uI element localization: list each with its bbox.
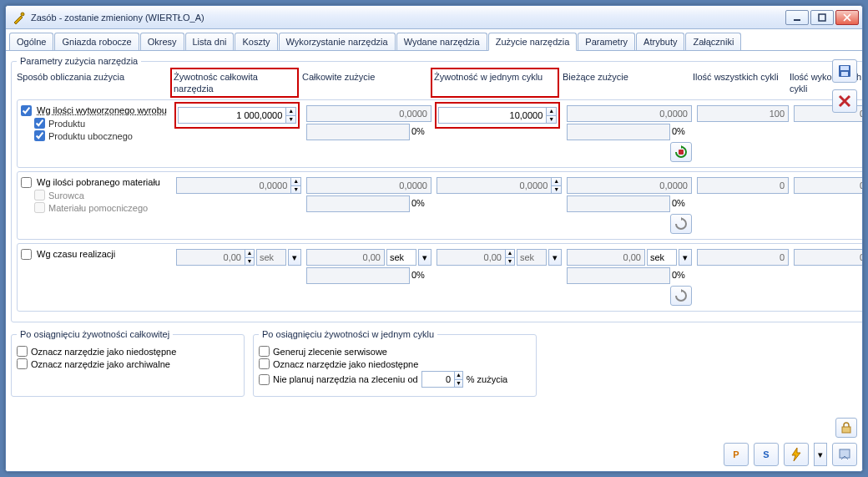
inp-qty-out-current-wear: 0,0000 bbox=[567, 105, 692, 122]
chk-time[interactable] bbox=[21, 249, 32, 260]
chk-aux bbox=[34, 202, 45, 213]
svg-rect-5 bbox=[841, 72, 848, 76]
drop-time-total-wear-unit[interactable]: ▾ bbox=[418, 249, 431, 266]
lbl-qty-in-current-wear-pct: 0% bbox=[672, 195, 692, 212]
sel-time-total-life-unit: sek bbox=[256, 249, 286, 266]
inp-qty-in-all-cycles: 0 bbox=[697, 177, 789, 194]
svg-rect-2 bbox=[819, 14, 825, 21]
chk-qty-out[interactable] bbox=[21, 105, 32, 116]
chk-cycle-service[interactable] bbox=[259, 346, 270, 357]
tab-koszty[interactable]: Koszty bbox=[235, 33, 277, 50]
spin-qty-in-total-life: ▲▼ bbox=[290, 177, 301, 194]
save-button[interactable] bbox=[832, 59, 857, 83]
spin-qty-out-total-life[interactable]: ▲▼ bbox=[285, 107, 296, 124]
sel-time-cycle-life-unit: sek bbox=[517, 249, 547, 266]
inp-time-total-life: 0,00 bbox=[176, 249, 245, 266]
tab-parametry[interactable]: Parametry bbox=[578, 33, 635, 50]
drop-time-cycle-life-unit[interactable]: ▾ bbox=[548, 249, 562, 266]
lbl-qty-in: Wg ilości pobranego materiału bbox=[37, 177, 160, 187]
drop-time-current-wear-unit[interactable]: ▾ bbox=[679, 249, 692, 266]
tab-wykorzystanie[interactable]: Wykorzystanie narzędzia bbox=[279, 33, 396, 50]
inp-qty-out-cycle-life[interactable]: 10,0000 bbox=[438, 107, 546, 124]
minimize-button[interactable] bbox=[785, 10, 809, 25]
lightning-dropdown[interactable]: ▾ bbox=[814, 443, 827, 466]
btn-time-reset[interactable] bbox=[670, 286, 692, 306]
inp-qty-out-total-wear: 0,0000 bbox=[306, 105, 431, 122]
lbl-qty-out-current-wear-pct: 0% bbox=[672, 124, 692, 140]
total-life-reached-group: Po osiągnięciu żywotności całkowitej Ozn… bbox=[11, 329, 245, 397]
btn-qty-in-reset[interactable] bbox=[670, 214, 692, 234]
lbl-total-archive: Oznacz narzędzie jako archiwalne bbox=[31, 359, 170, 369]
hdr-method: Sposób obliczania zużycia bbox=[17, 71, 167, 94]
row-qty-out: Wg ilości wytworzonego wyrobu Produktu P… bbox=[17, 99, 863, 168]
spin-cycle-noplan-pct[interactable]: ▲▼ bbox=[454, 371, 462, 388]
sel-time-current-wear-unit: sek bbox=[647, 249, 677, 266]
lbl-raw: Surowca bbox=[48, 190, 84, 200]
row-time: Wg czasu realizacji 0,00 ▲▼ sek ▾ bbox=[17, 243, 863, 312]
maximize-button[interactable] bbox=[810, 10, 834, 25]
tab-zuzycie[interactable]: Zużycie narzędzia bbox=[488, 33, 578, 51]
chk-qty-in[interactable] bbox=[21, 177, 32, 188]
window-title: Zasób - zostanie zmieniony (WIERTŁO_A) bbox=[31, 13, 784, 23]
chk-product[interactable] bbox=[34, 118, 45, 129]
lock-button[interactable] bbox=[835, 418, 857, 438]
chk-byproduct[interactable] bbox=[34, 130, 45, 141]
inp-time-done-cycles: 0 bbox=[794, 249, 863, 266]
close-button[interactable] bbox=[835, 10, 859, 25]
inp-qty-out-total-life[interactable]: 1 000,0000 bbox=[178, 107, 285, 124]
svg-rect-7 bbox=[842, 427, 850, 433]
lbl-cycle-noplan: Nie planuj narzędzia na zleceniu od bbox=[273, 374, 418, 384]
wear-params-legend: Parametry zużycia narzędzia bbox=[17, 56, 141, 66]
chk-cycle-noplan[interactable] bbox=[259, 374, 270, 385]
tab-content: Parametry zużycia narzędzia Sposób oblic… bbox=[6, 51, 862, 471]
p-button[interactable]: P bbox=[724, 443, 749, 466]
hdr-cycle-life: Żywotność w jednym cyklu bbox=[431, 68, 559, 98]
svg-rect-4 bbox=[840, 66, 849, 70]
inp-qty-out-total-wear-bar bbox=[306, 124, 410, 140]
spin-qty-out-cycle-life[interactable]: ▲▼ bbox=[546, 107, 557, 124]
spin-qty-in-cycle-life: ▲▼ bbox=[551, 177, 562, 194]
lbl-time-current-wear-pct: 0% bbox=[672, 267, 692, 284]
total-life-legend: Po osiągnięciu żywotności całkowitej bbox=[17, 329, 173, 339]
extra-button[interactable] bbox=[832, 443, 857, 466]
tab-okresy[interactable]: Okresy bbox=[140, 33, 184, 50]
lbl-byproduct: Produktu ubocznego bbox=[48, 131, 133, 141]
chk-total-archive[interactable] bbox=[17, 358, 28, 369]
tab-zalaczniki[interactable]: Załączniki bbox=[685, 33, 741, 50]
lbl-aux: Materiału pomocniczego bbox=[48, 203, 148, 213]
cycle-life-reached-group: Po osiągnięciu żywotności w jednym cyklu… bbox=[253, 329, 537, 397]
lbl-time-total-wear-pct: 0% bbox=[411, 267, 431, 284]
tab-wydane[interactable]: Wydane narzędzia bbox=[396, 33, 487, 50]
chk-cycle-unavailable[interactable] bbox=[259, 358, 270, 369]
chk-raw bbox=[34, 190, 45, 200]
app-window: Zasób - zostanie zmieniony (WIERTŁO_A) O… bbox=[5, 5, 863, 472]
chk-total-unavailable[interactable] bbox=[17, 346, 28, 357]
cancel-button[interactable] bbox=[832, 89, 857, 113]
tab-strip: Ogólne Gniazda robocze Okresy Lista dni … bbox=[6, 29, 862, 51]
row-qty-in: Wg ilości pobranego materiału Surowca Ma… bbox=[17, 171, 863, 240]
lbl-cycle-pct-unit: % zużycia bbox=[467, 374, 508, 384]
s-button[interactable]: S bbox=[754, 443, 779, 466]
lbl-qty-out-total-wear-pct: 0% bbox=[411, 124, 431, 140]
inp-cycle-noplan-pct[interactable]: 0 bbox=[421, 371, 455, 388]
wear-params-group: Parametry zużycia narzędzia Sposób oblic… bbox=[11, 56, 863, 322]
tab-gniazda[interactable]: Gniazda robocze bbox=[54, 33, 139, 50]
titlebar: Zasób - zostanie zmieniony (WIERTŁO_A) bbox=[6, 6, 862, 29]
inp-qty-in-total-wear: 0,0000 bbox=[306, 177, 431, 194]
hdr-total-wear: Całkowite zużycie bbox=[302, 71, 427, 94]
tab-ogolne[interactable]: Ogólne bbox=[9, 33, 53, 50]
drop-time-total-life-unit[interactable]: ▾ bbox=[288, 249, 301, 266]
cycle-life-legend: Po osiągnięciu żywotności w jednym cyklu bbox=[259, 329, 437, 339]
tab-lista-dni[interactable]: Lista dni bbox=[185, 33, 235, 50]
tab-atrybuty[interactable]: Atrybuty bbox=[636, 33, 684, 50]
btn-qty-out-reset[interactable] bbox=[670, 142, 692, 162]
lbl-time: Wg czasu realizacji bbox=[37, 249, 115, 259]
lbl-cycle-service: Generuj zlecenie serwisowe bbox=[273, 347, 387, 357]
inp-time-current-wear: 0,00 bbox=[567, 249, 645, 266]
lightning-button[interactable] bbox=[784, 443, 809, 466]
lbl-qty-out: Wg ilości wytworzonego wyrobu bbox=[37, 105, 167, 115]
sel-time-total-wear-unit: sek bbox=[386, 249, 416, 266]
inp-qty-in-current-wear: 0,0000 bbox=[567, 177, 692, 194]
inp-qty-out-all-cycles: 100 bbox=[697, 105, 789, 122]
app-icon bbox=[13, 11, 26, 24]
